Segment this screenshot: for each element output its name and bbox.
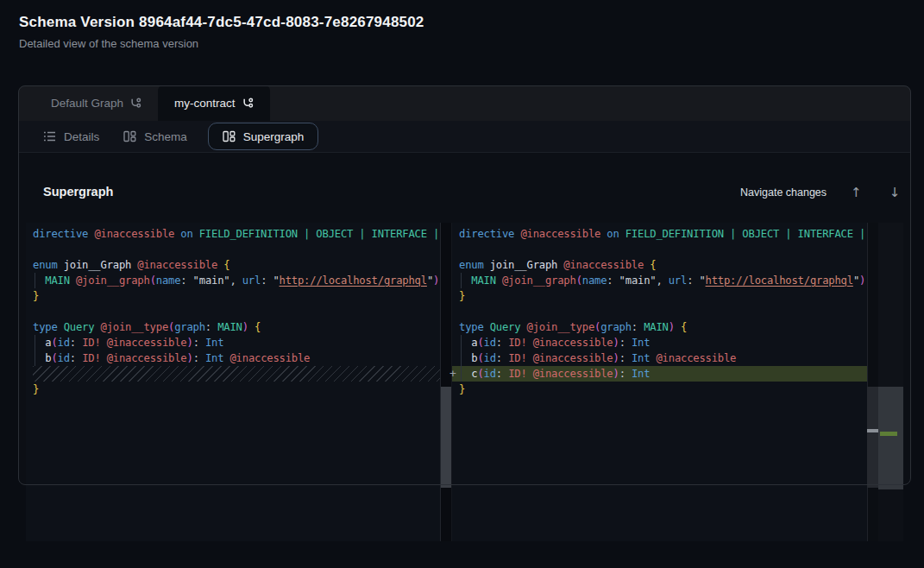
code-line <box>452 304 867 319</box>
code-line: } <box>26 382 440 397</box>
tab-label: Schema <box>144 130 187 143</box>
code-line: b(id: ID! @inaccessible): Int @inaccessi… <box>452 350 867 366</box>
page-header: Schema Version 8964af44-7dc5-47cd-8083-7… <box>19 14 424 50</box>
right-pane-scrollbar-track[interactable] <box>867 223 878 541</box>
view-tab-row: Details Schema Supergraph <box>18 121 911 153</box>
code-line: } <box>452 288 867 304</box>
navigate-next-change-button[interactable]: ↓ <box>884 183 906 202</box>
code-line <box>26 304 440 319</box>
code-line: type Query @join__type(graph: MAIN) { <box>26 319 440 335</box>
tab-default-graph[interactable]: Default Graph <box>35 85 158 121</box>
code-line: b(id: ID! @inaccessible): Int @inaccessi… <box>26 350 440 366</box>
code-url-link[interactable]: http://localhost/graphql <box>706 275 853 287</box>
left-pane-scrollbar-thumb[interactable] <box>441 387 451 488</box>
code-line: enum join__Graph @inaccessible { <box>452 257 867 273</box>
page-title: Schema Version 8964af44-7dc5-47cd-8083-7… <box>19 14 424 31</box>
tab-details[interactable]: Details <box>31 123 111 150</box>
diff-added-line: c(id: ID! @inaccessible): Int <box>452 366 871 382</box>
navigate-previous-change-button[interactable]: ↑ <box>845 183 867 202</box>
tab-label: Supergraph <box>243 130 305 143</box>
navigate-changes-controls: Navigate changes ↑ ↓ <box>740 183 905 202</box>
code-line: a(id: ID! @inaccessible): Int <box>452 335 867 350</box>
tab-supergraph[interactable]: Supergraph <box>208 123 319 150</box>
minimap[interactable] <box>878 223 903 541</box>
code-line: a(id: ID! @inaccessible): Int <box>26 335 440 350</box>
diff-center-gutter <box>440 223 452 541</box>
code-line <box>452 242 867 257</box>
list-icon <box>43 130 56 142</box>
panel-title: Supergraph <box>43 185 113 199</box>
graph-tab-strip: Default Graph my-contract <box>18 85 911 121</box>
code-line: type Query @join__type(graph: MAIN) { <box>452 319 867 335</box>
branch-fork-icon <box>242 98 254 109</box>
supergraph-diff-editor: directive @inaccessible on FIELD_DEFINIT… <box>26 223 903 541</box>
page-subtitle: Detailed view of the schema version <box>19 37 424 50</box>
code-url-link[interactable]: http://localhost/graphql <box>280 275 427 287</box>
minimap-slider[interactable] <box>878 387 903 489</box>
diff-filler-line <box>33 366 449 382</box>
code-line: enum join__Graph @inaccessible { <box>26 257 440 273</box>
code-line: MAIN @join__graph(name: "main", url: "ht… <box>26 273 440 288</box>
added-line-plus-marker: + <box>447 366 459 382</box>
branch-fork-icon <box>130 98 141 109</box>
code-line: directive @inaccessible on FIELD_DEFINIT… <box>26 226 440 242</box>
minimap-added-marker <box>880 432 897 436</box>
layout-columns-icon <box>223 130 236 142</box>
tab-schema[interactable]: Schema <box>111 123 199 150</box>
diff-right-pane[interactable]: directive @inaccessible on FIELD_DEFINIT… <box>452 223 867 541</box>
layout-columns-icon <box>123 130 136 142</box>
tab-label: my-contract <box>174 97 236 110</box>
code-line <box>26 242 440 257</box>
navigate-changes-label: Navigate changes <box>740 186 827 199</box>
tab-label: Default Graph <box>51 97 123 110</box>
overview-ruler-marker <box>867 429 878 432</box>
code-line: MAIN @join__graph(name: "main", url: "ht… <box>452 273 867 288</box>
tab-label: Details <box>64 130 99 143</box>
tab-my-contract[interactable]: my-contract <box>158 85 270 121</box>
right-pane-scrollbar-thumb[interactable] <box>867 387 878 488</box>
code-line: } <box>26 288 440 304</box>
code-line: } <box>452 382 867 397</box>
code-line: directive @inaccessible on FIELD_DEFINIT… <box>452 226 867 242</box>
diff-left-pane[interactable]: directive @inaccessible on FIELD_DEFINIT… <box>26 223 440 541</box>
